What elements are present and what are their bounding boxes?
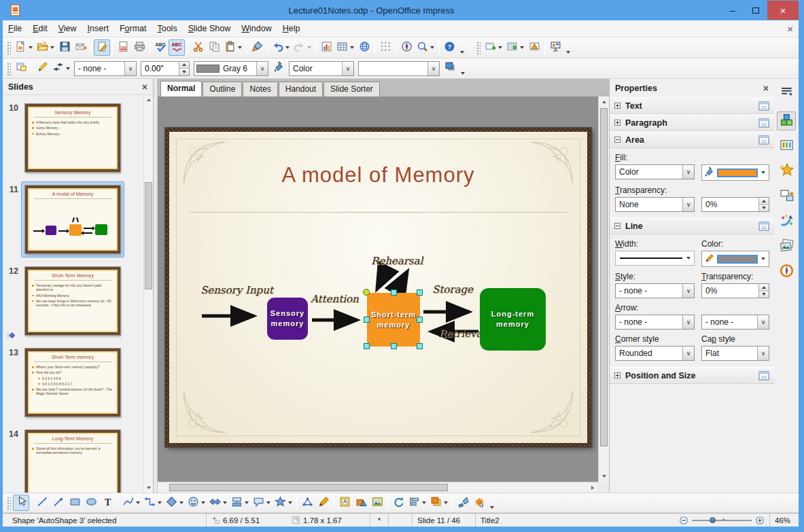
stars-button[interactable] xyxy=(273,495,294,511)
sidebar-menu[interactable] xyxy=(777,83,796,102)
slide-editing-surface[interactable]: A model of Memory xyxy=(165,128,591,447)
from-file-button[interactable] xyxy=(369,495,385,511)
line-width-select[interactable] xyxy=(615,251,695,266)
minimize-button[interactable]: – xyxy=(721,1,744,20)
dropdown-caret[interactable] xyxy=(444,501,448,504)
slide-thumbnail-selected[interactable]: A model of Memory xyxy=(22,182,124,257)
line-transparency-spinner[interactable]: 0% xyxy=(701,283,769,298)
close-button[interactable]: × xyxy=(767,1,799,20)
toolbar-grip[interactable] xyxy=(6,62,11,75)
dropdown-caret[interactable] xyxy=(761,258,765,260)
print-button[interactable] xyxy=(131,39,147,56)
selection-handle-bottom-left[interactable] xyxy=(364,343,370,349)
slide-thumbnail[interactable]: Sensory MemoryA Memory store that holds … xyxy=(22,101,124,175)
spin-down[interactable] xyxy=(179,68,189,75)
dropdown-caret[interactable] xyxy=(430,46,434,49)
paste-button[interactable] xyxy=(222,39,244,56)
chart-button[interactable] xyxy=(318,39,334,56)
slide-item-10[interactable]: 10Sensory MemoryA Memory store that hold… xyxy=(3,101,153,175)
dropdown-button[interactable]: ∨ xyxy=(342,62,353,75)
help-button[interactable]: ? xyxy=(441,39,457,56)
dropdown-button[interactable]: ∨ xyxy=(757,347,769,360)
tab-animation[interactable] xyxy=(777,212,796,231)
export-pdf-button[interactable]: PDF xyxy=(115,39,131,56)
dialog-launcher-icon[interactable] xyxy=(758,135,769,145)
open-folder-button[interactable] xyxy=(35,39,56,56)
tab-slide-transition[interactable] xyxy=(777,187,796,206)
tab-properties[interactable] xyxy=(777,111,796,130)
dropdown-caret[interactable] xyxy=(50,46,54,49)
sensory-memory-box[interactable]: Sensory memory xyxy=(267,298,308,340)
spellcheck-button[interactable]: ABC xyxy=(152,39,169,56)
tab-slide-sorter[interactable]: Slide Sorter xyxy=(324,82,380,96)
section-line[interactable]: Line xyxy=(610,217,774,234)
section-position-size[interactable]: Position and Size xyxy=(610,367,774,384)
cap-style-select[interactable]: Flat ∨ xyxy=(701,346,769,361)
menu-file[interactable]: File xyxy=(3,22,27,35)
text-tool-button[interactable]: T xyxy=(99,495,116,511)
line-color-combo[interactable]: Gray 6 ∨ xyxy=(194,61,268,76)
selection-handle-top[interactable] xyxy=(391,289,397,296)
fill-type-select[interactable]: Color ∨ xyxy=(615,164,695,179)
tab-outline[interactable]: Outline xyxy=(203,82,242,96)
extrusion-button[interactable] xyxy=(455,495,471,511)
fill-color-picker[interactable] xyxy=(701,164,769,181)
dialog-launcher-icon[interactable] xyxy=(758,118,769,128)
line-style-combo[interactable]: - none - ∨ xyxy=(74,61,137,76)
tab-gallery[interactable] xyxy=(777,237,796,256)
connector-button[interactable] xyxy=(142,495,164,511)
dropdown-caret[interactable] xyxy=(245,501,249,504)
slide-design-button[interactable] xyxy=(526,39,542,56)
new-slide-button[interactable] xyxy=(483,39,504,56)
section-paragraph[interactable]: Paragraph xyxy=(610,114,774,131)
line-button[interactable] xyxy=(34,495,50,511)
paintbrush-button[interactable] xyxy=(249,39,265,56)
dropdown-button[interactable]: ∨ xyxy=(256,62,268,75)
line-button[interactable] xyxy=(34,60,50,77)
label-retrieval[interactable]: Retrieval xyxy=(438,327,485,340)
label-storage[interactable]: Storage xyxy=(432,283,473,296)
dropdown-button[interactable]: ∨ xyxy=(682,347,694,360)
expand-icon[interactable] xyxy=(614,103,621,109)
dropdown-caret[interactable] xyxy=(201,501,205,504)
dropdown-caret[interactable] xyxy=(158,501,162,504)
scrollbar-thumb[interactable] xyxy=(169,484,448,491)
copy-button[interactable] xyxy=(206,39,222,56)
edit-points-button[interactable] xyxy=(299,495,315,511)
close-document-icon[interactable]: × xyxy=(787,23,793,35)
dropdown-button[interactable]: ∨ xyxy=(682,165,694,179)
toolbar-grip[interactable] xyxy=(476,41,480,54)
dropdown-button[interactable]: ∨ xyxy=(124,62,136,75)
toolbar-overflow-button[interactable] xyxy=(457,39,466,56)
scroll-right-arrow[interactable] xyxy=(587,482,598,493)
section-area[interactable]: Area xyxy=(610,131,774,148)
horizontal-scrollbar[interactable] xyxy=(158,482,598,493)
line-style-select[interactable]: - none - ∨ xyxy=(615,283,695,298)
dropdown-button[interactable]: ∨ xyxy=(682,315,694,329)
interaction-button[interactable] xyxy=(471,495,487,511)
dropdown-button[interactable]: ∨ xyxy=(757,315,769,329)
corner-style-select[interactable]: Rounded ∨ xyxy=(615,346,695,361)
dialog-launcher-icon[interactable] xyxy=(758,371,769,380)
menu-view[interactable]: View xyxy=(53,22,82,35)
dropdown-button[interactable]: ∨ xyxy=(427,62,439,75)
menu-insert[interactable]: Insert xyxy=(82,22,114,35)
adjust-handle[interactable] xyxy=(363,289,370,296)
select-button[interactable] xyxy=(13,495,29,511)
new-doc-button[interactable] xyxy=(13,39,35,56)
spin-up[interactable] xyxy=(759,284,769,291)
basic-shapes-button[interactable] xyxy=(164,495,186,511)
label-attention[interactable]: Attention xyxy=(311,293,359,305)
dropdown-button[interactable]: ∨ xyxy=(682,198,694,211)
line-width-spinner[interactable]: 0.00" xyxy=(141,61,190,76)
dropdown-caret[interactable] xyxy=(266,501,270,504)
email-button[interactable] xyxy=(73,39,89,56)
fontwork-button[interactable]: A xyxy=(336,495,353,511)
selection-handle-top-right[interactable] xyxy=(417,289,423,296)
shapes-group-button[interactable] xyxy=(353,495,369,511)
block-arrows-button[interactable] xyxy=(207,495,229,511)
cut-button[interactable] xyxy=(190,39,206,56)
slide-item-12[interactable]: 12Short-Term MemoryTemporary storage for… xyxy=(3,264,153,338)
dialog-launcher-icon[interactable] xyxy=(758,221,769,231)
dropdown-caret[interactable] xyxy=(761,171,765,174)
